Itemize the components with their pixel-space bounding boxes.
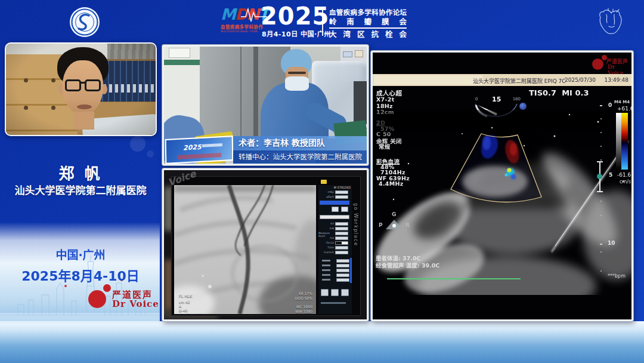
sidebar-row-ma: mA (318, 227, 349, 232)
row-field (335, 190, 348, 194)
mini-banner-fleck (202, 143, 222, 147)
webcam-vignette (6, 44, 156, 135)
or-cabinet-seam (240, 47, 242, 136)
fluoro-control-sidebar: M 5791563 mGy µGy/s kV mA Measure Point … (318, 185, 352, 314)
depth-0: 0 (608, 102, 612, 108)
sidebar-row-time: Time (318, 246, 349, 251)
row-field (335, 246, 348, 250)
row-label: mA (330, 227, 334, 230)
row-field (335, 195, 348, 199)
speaker-webcam-video (5, 42, 157, 136)
depth-dot (600, 215, 602, 216)
fluoro-overlay-doo: DOO 50% (295, 296, 312, 300)
title-underline (329, 27, 407, 29)
row-field (335, 222, 348, 226)
sidebar-generic-row (322, 269, 349, 272)
ultrasound-video: 严道医声 Dr Voice 汕头大学医学院第二附属医院 EPIQ 7C 2025… (371, 51, 633, 321)
sidebar-dropdown (320, 215, 349, 219)
bokeh-decoration (147, 150, 154, 158)
fluoro-overlay-ww: WW 3390 (295, 309, 312, 313)
row-field (335, 251, 348, 254)
depth-tick (600, 105, 602, 106)
orientation-right: R (405, 222, 410, 228)
speaker-name: 郑 帆 (0, 161, 161, 183)
conference-date-location: 8月4-10日 中国·广州 (262, 29, 331, 38)
gauge-max: 180 (513, 97, 521, 101)
drvoice-logo-icon (592, 59, 603, 70)
probe-marker-icon (519, 103, 527, 110)
focus-dot-icon (597, 174, 602, 179)
fluoro-overlay-wc: WC 1950 (296, 304, 312, 309)
us-param: X7-2t (376, 96, 395, 103)
row-label: ms (330, 236, 334, 239)
sidebar-row-ugys: µGy/s (318, 195, 349, 200)
association-badge-icon (69, 7, 100, 40)
row-label: Time (327, 246, 334, 249)
fluoro-monitor-id: M 5791563 (334, 186, 351, 189)
fluoro-overlay-fl: FL HLK (179, 294, 192, 299)
gauge-min: 0 (475, 97, 478, 101)
fluoro-overlay-ee: EE 17% (299, 291, 312, 296)
header-divider (322, 8, 323, 36)
depth-dot (600, 118, 602, 119)
depth-dot (600, 146, 602, 147)
row-field (335, 232, 348, 235)
sidebar-flag-button (332, 207, 339, 212)
sidebar-slider (350, 258, 352, 283)
fluoroscopy-video: FL HLK cm 42 A D-40 0° LCRAN 2° EE 17% D… (162, 168, 369, 321)
or-caption: 2025 术者：李吉林 教授团队 转播中心：汕头大学医学院第二附属医院 (164, 136, 367, 164)
sidebar-generic-row (322, 259, 349, 263)
row-label: mGy (327, 190, 334, 193)
fluoro-xray-image: FL HLK cm 42 A D-40 0° LCRAN 2° EE 17% D… (174, 185, 316, 314)
folder-icon (321, 180, 327, 184)
us-mi: MI 0.3 (562, 88, 589, 97)
conference-title-3: 大湾区抗栓会 (329, 30, 407, 39)
conference-title-1: 血管疾病多学科协作论坛 (329, 8, 407, 17)
us-colorbar-gray (616, 113, 621, 170)
sidebar-row-ms: ms (318, 236, 349, 241)
or-shelf-item (343, 51, 352, 57)
speaker-dates: 2025年8月4-10日 (0, 265, 161, 284)
sidebar-generic-row (322, 273, 349, 277)
caption-bar-operator: 术者：李吉林 教授团队 (233, 136, 367, 150)
row-label: Focus (326, 241, 334, 244)
caption-bar-relay: 转播中心：汕头大学医学院第二附属医院 (233, 150, 367, 164)
focus-marker (596, 161, 604, 192)
sidebar-button (331, 289, 339, 296)
sidebar-buttons (321, 289, 349, 296)
or-wall-sign (169, 48, 190, 58)
broadcast-stage: M D N T 血管疾病多学科协作 MULTIDISCIPLINARY TEAM… (0, 0, 644, 363)
row-field (335, 236, 348, 240)
depth-dot (600, 159, 602, 161)
heart-line-icon (597, 7, 625, 40)
speaker-hospital: 汕头大学医学院第二附属医院 (0, 182, 161, 197)
us-vmax: +61.6 (617, 106, 633, 112)
us-tis-mi: TIS0.7 MI 0.3 (529, 88, 589, 97)
mini-banner-fleck (177, 153, 221, 159)
sidebar-row-focus: Focus (318, 241, 349, 246)
depth-tick (600, 244, 602, 245)
us-baseline-green (387, 278, 521, 279)
us-vmin: -61.6 (617, 172, 631, 178)
row-label: Current (324, 251, 334, 254)
sidebar-button (341, 289, 349, 296)
us-bpm: ***bpm (608, 273, 626, 279)
conference-year: 2025 (261, 2, 329, 30)
us-tis: TIS0.7 (529, 88, 556, 97)
conference-title-2: 岭南瓣膜会 (329, 17, 407, 27)
depth-5: 5 (609, 172, 612, 178)
orientation-left: P (379, 222, 383, 228)
depth-dot (600, 201, 602, 202)
sidebar-row-kv: kV (318, 222, 349, 227)
fluoro-overlay-d: D-40 (179, 308, 187, 312)
depth-dot (600, 251, 602, 253)
sidebar-button (321, 289, 329, 296)
drvoice-en: Dr Voice (112, 299, 159, 309)
bokeh-decoration (130, 136, 145, 152)
mini-banner-year: 2025 (183, 143, 202, 152)
sidebar-generic-row (322, 278, 349, 282)
relay-text: 转播中心：汕头大学医学院第二附属医院 (239, 153, 362, 161)
operator-text: 术者：李吉林 教授团队 (239, 138, 325, 147)
workstation-vertical-label: go Workplace (353, 203, 358, 246)
sidebar-row-measure: Measure Point (318, 232, 349, 236)
